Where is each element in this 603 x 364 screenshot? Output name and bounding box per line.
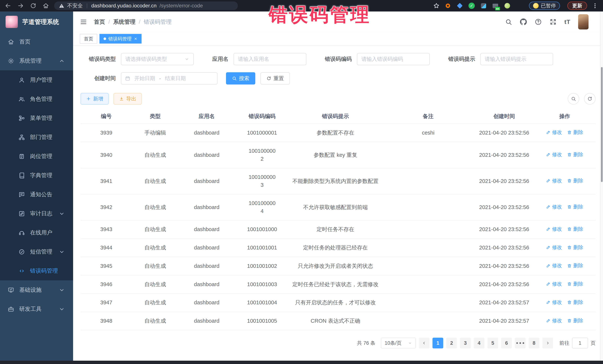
github-icon[interactable]: [520, 18, 527, 25]
sidebar-item-system-management[interactable]: 系统管理: [0, 51, 73, 70]
pagination-page-6[interactable]: 6: [501, 338, 512, 348]
cell-code: 1001001001: [235, 239, 289, 257]
close-icon[interactable]: [134, 37, 138, 41]
browser-update-button[interactable]: 更新: [567, 2, 587, 10]
sidebar-item-notice[interactable]: 通知公告: [0, 185, 73, 204]
edit-link[interactable]: 修改: [546, 280, 562, 288]
pagination-next-button[interactable]: [542, 338, 553, 348]
search-icon[interactable]: [505, 18, 512, 25]
cell-actions: 修改删除: [534, 275, 596, 294]
delete-link[interactable]: 删除: [567, 225, 583, 233]
sidebar-item-infrastructure[interactable]: 基础设施: [0, 280, 73, 299]
delete-link[interactable]: 删除: [567, 244, 583, 251]
extension-blue-gem-icon[interactable]: [456, 2, 463, 9]
browser-menu-icon[interactable]: [592, 3, 598, 9]
extension-orange-ring-icon[interactable]: [444, 2, 452, 9]
error-message-input[interactable]: [480, 53, 553, 65]
user-avatar[interactable]: [578, 14, 589, 30]
pagination-page-1[interactable]: 1: [432, 338, 443, 348]
sidebar-item-error-code-management[interactable]: 错误码管理: [0, 261, 73, 280]
forward-icon[interactable]: [17, 3, 24, 9]
edit-link[interactable]: 修改: [546, 317, 562, 325]
column-header: 应用名: [178, 109, 235, 124]
trash-icon: [567, 227, 572, 231]
extension-puzzle-icon[interactable]: [516, 2, 523, 9]
edit-link[interactable]: 修改: [546, 298, 562, 306]
address-bar[interactable]: 不安全 dashboard.yudao.iocoder.cn/system/er…: [54, 1, 238, 10]
extension-green-check-icon[interactable]: ✓: [468, 2, 475, 9]
pagination-more[interactable]: [515, 338, 526, 348]
sidebar-item-dict-management[interactable]: 字典管理: [0, 166, 73, 185]
edit-link[interactable]: 修改: [546, 225, 562, 233]
add-button[interactable]: 新增: [81, 93, 109, 105]
delete-link[interactable]: 删除: [567, 317, 583, 325]
pagination-prev-button[interactable]: [419, 338, 429, 348]
tab-error-code[interactable]: 错误码管理: [99, 34, 141, 44]
fullscreen-icon[interactable]: [550, 18, 557, 25]
help-icon[interactable]: [535, 18, 542, 25]
delete-link[interactable]: 删除: [567, 151, 583, 158]
edit-link[interactable]: 修改: [546, 129, 562, 136]
breadcrumb-item[interactable]: 首页: [94, 18, 105, 26]
error-code-input[interactable]: [357, 53, 430, 65]
goto-page-input[interactable]: [572, 338, 588, 348]
sidebar-item-dept-management[interactable]: 部门管理: [0, 128, 73, 147]
edit-link[interactable]: 修改: [546, 244, 562, 251]
pagination-page-5[interactable]: 5: [487, 338, 498, 348]
bookmark-star-icon[interactable]: [433, 3, 440, 9]
error-code-type-select[interactable]: 请选择错误码类型: [121, 53, 194, 65]
pagination-page-4[interactable]: 4: [474, 338, 485, 348]
page-size-select[interactable]: 10条/页: [381, 338, 416, 348]
sidebar-item-dev-tools[interactable]: 研发工具: [0, 299, 73, 319]
tab-home[interactable]: 首页: [80, 34, 97, 44]
breadcrumb-item[interactable]: 系统管理: [113, 18, 135, 26]
calendar-icon: [125, 76, 130, 81]
search-button[interactable]: 搜索: [226, 72, 255, 85]
export-button[interactable]: 导出: [114, 93, 142, 105]
fontsize-icon[interactable]: tT: [564, 19, 570, 25]
delete-link[interactable]: 删除: [567, 129, 583, 136]
cell-created: 2021-04-20 23:52:56: [475, 142, 534, 168]
extension-on-badge-icon[interactable]: on: [492, 2, 499, 9]
delete-link[interactable]: 删除: [567, 177, 583, 185]
refresh-table-button[interactable]: [584, 93, 596, 105]
edit-link[interactable]: 修改: [546, 177, 562, 185]
sidebar-item-online-users[interactable]: 在线用户: [0, 223, 73, 242]
home-icon[interactable]: [43, 3, 49, 9]
delete-link[interactable]: 删除: [567, 262, 583, 269]
cell-remark: [382, 257, 475, 275]
edit-link[interactable]: 修改: [546, 262, 562, 269]
delete-link[interactable]: 删除: [567, 280, 583, 288]
profile-paused-pill[interactable]: 已暂停: [529, 2, 560, 10]
scrollbar-thumb[interactable]: [601, 67, 603, 182]
profile-emoji-icon: [533, 3, 539, 9]
sidebar-item-role-management[interactable]: 角色管理: [0, 89, 73, 109]
sidebar-item-audit-log[interactable]: 审计日志: [0, 204, 73, 223]
sidebar-item-home[interactable]: 首页: [0, 32, 73, 51]
sidebar-item-post-management[interactable]: 岗位管理: [0, 147, 73, 166]
edit-link[interactable]: 修改: [546, 151, 562, 158]
delete-link[interactable]: 删除: [567, 298, 583, 306]
date-range-picker[interactable]: 开始日期 - 结束日期: [121, 72, 218, 85]
extension-sprout-icon[interactable]: [504, 2, 511, 9]
pagination-page-8[interactable]: 8: [529, 338, 539, 348]
reset-button[interactable]: 重置: [260, 72, 290, 85]
logo-row[interactable]: 芋道管理系统: [0, 11, 73, 32]
cell-remark: [382, 275, 475, 294]
edit-link[interactable]: 修改: [546, 203, 562, 211]
delete-link[interactable]: 删除: [567, 203, 583, 211]
sidebar-item-menu-management[interactable]: 菜单管理: [0, 109, 73, 128]
back-icon[interactable]: [5, 3, 11, 9]
hamburger-icon[interactable]: [80, 18, 87, 26]
cell-code: 1001001003: [235, 275, 289, 294]
app-name-input[interactable]: [234, 53, 306, 65]
pagination-page-2[interactable]: 2: [446, 338, 457, 348]
toggle-search-button[interactable]: [568, 93, 579, 105]
vertical-scrollbar[interactable]: [600, 11, 603, 361]
sidebar-item-user-management[interactable]: 用户管理: [0, 70, 73, 89]
breadcrumb-item[interactable]: 错误码管理: [144, 18, 172, 26]
sidebar-item-sms-management[interactable]: 短信管理: [0, 242, 73, 261]
pagination-page-3[interactable]: 3: [460, 338, 471, 348]
extension-grid-icon[interactable]: [480, 2, 487, 9]
reload-icon[interactable]: [30, 3, 36, 9]
